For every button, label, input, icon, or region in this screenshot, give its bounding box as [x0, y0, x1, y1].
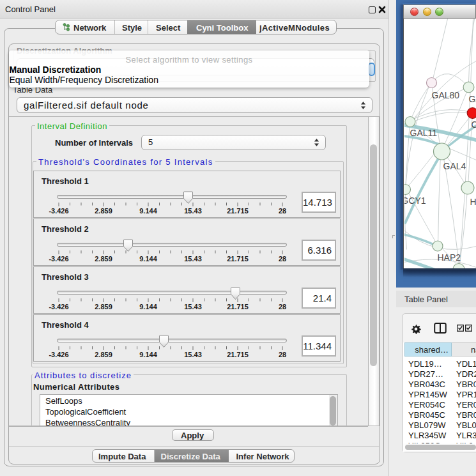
svg-text:GA: GA	[468, 93, 476, 104]
svg-text:HAP2: HAP2	[437, 252, 461, 263]
svg-text:GAL80: GAL80	[431, 89, 459, 100]
svg-text:GCY1: GCY1	[404, 196, 426, 206]
svg-text:GAL4: GAL4	[443, 161, 466, 171]
svg-text:C: C	[471, 119, 476, 130]
svg-text:HI: HI	[470, 197, 476, 207]
svg-text:GAL11: GAL11	[410, 128, 437, 138]
